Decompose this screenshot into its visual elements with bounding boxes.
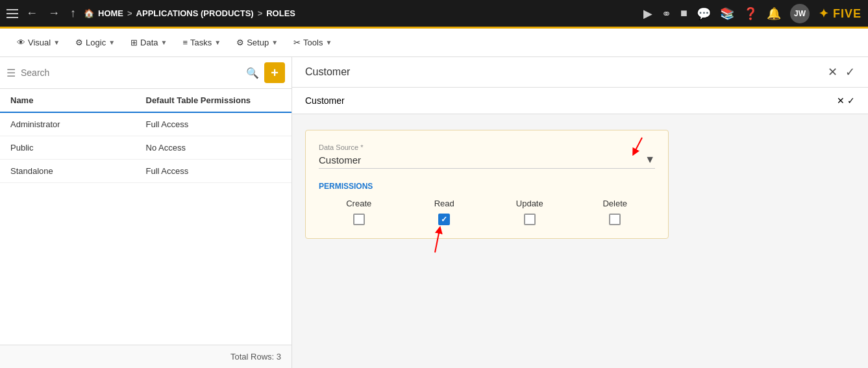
inner-check-icon[interactable]: ✓ [847, 95, 855, 106]
data-source-label: Data Source * [319, 143, 655, 151]
panel-outer-header: Customer ✕ ✓ [292, 57, 868, 88]
outer-check-icon[interactable]: ✓ [845, 65, 855, 79]
row-perm: Full Access [146, 166, 282, 176]
total-rows-label: Total Rows: 3 [230, 352, 281, 362]
create-checkbox[interactable] [353, 214, 365, 225]
col-perm-header: Default Table Permissions [146, 95, 282, 105]
table-header: Name Default Table Permissions [0, 89, 291, 113]
help-icon[interactable]: ❓ [743, 6, 758, 21]
table-row[interactable]: Administrator Full Access [0, 113, 291, 136]
toolbar-tasks[interactable]: ≡ Tasks ▼ [176, 34, 227, 51]
inner-close-icon[interactable]: ✕ [837, 95, 845, 106]
delete-label: Delete [602, 199, 627, 208]
table-row[interactable]: Standalone Full Access [0, 160, 291, 183]
home-icon: 🏠 [84, 8, 94, 18]
update-checkbox[interactable] [524, 214, 536, 225]
toolbar-left: 👁 Visual ▼ ⚙ Logic ▼ ⊞ Data ▼ ≡ Tasks ▼ … [10, 34, 338, 51]
back-button[interactable]: ← [23, 4, 40, 23]
visual-label: Visual [28, 38, 51, 47]
logic-caret: ▼ [108, 39, 115, 46]
perm-col-read: Read [404, 199, 485, 225]
breadcrumb-home[interactable]: HOME [98, 8, 123, 18]
outer-close-icon[interactable]: ✕ [828, 65, 837, 79]
panel-outer-title: Customer [305, 66, 350, 78]
left-footer: Total Rows: 3 [0, 345, 291, 368]
right-panel: Customer ✕ ✓ Customer ✕ ✓ Data Source * … [292, 57, 868, 368]
tasks-icon: ≡ [182, 38, 188, 47]
svg-line-3 [435, 230, 440, 252]
data-label: Data [140, 38, 158, 47]
breadcrumb-sep1: > [127, 8, 132, 18]
left-panel: ☰ 🔍 + Name Default Table Permissions Adm… [0, 57, 292, 368]
tools-caret: ▼ [325, 39, 332, 46]
panel-outer-actions: ✕ ✓ [828, 65, 855, 79]
row-perm: No Access [146, 143, 282, 153]
red-arrow-read [432, 223, 458, 256]
row-name: Standalone [10, 166, 146, 176]
breadcrumb-sep2: > [258, 8, 263, 18]
setup-caret: ▼ [271, 39, 278, 46]
panel-inner-actions: ✕ ✓ [837, 95, 855, 106]
panel-inner-title: Customer [305, 95, 345, 106]
chat-icon[interactable]: 💬 [697, 6, 711, 21]
form-card: Data Source * Customer ▼ [305, 130, 669, 239]
forward-button[interactable]: → [45, 4, 62, 23]
bell-icon[interactable]: 🔔 [767, 6, 781, 21]
toolbar-data[interactable]: ⊞ Data ▼ [124, 34, 173, 51]
svg-line-1 [634, 138, 642, 153]
add-button[interactable]: + [264, 62, 285, 83]
toolbar-logic[interactable]: ⚙ Logic ▼ [69, 34, 121, 51]
setup-label: Setup [247, 38, 269, 47]
search-input[interactable] [21, 67, 241, 78]
data-caret: ▼ [161, 39, 167, 46]
breadcrumb: 🏠 HOME > APPLICATIONS (PRODUCTS) > ROLES [84, 8, 638, 18]
row-name: Administrator [10, 119, 146, 129]
tasks-caret: ▼ [214, 39, 221, 46]
tasks-label: Tasks [190, 38, 212, 47]
read-label: Read [434, 199, 454, 208]
tools-label: Tools [303, 38, 323, 47]
data-source-value: Customer [319, 154, 361, 166]
top-nav: ← → ↑ 🏠 HOME > APPLICATIONS (PRODUCTS) >… [0, 0, 868, 29]
five-logo: ✦ FIVE [819, 6, 862, 21]
breadcrumb-app[interactable]: APPLICATIONS (PRODUCTS) [136, 8, 254, 18]
up-button[interactable]: ↑ [68, 4, 79, 23]
perm-col-delete: Delete [575, 199, 656, 225]
search-icon[interactable]: ⚭ [662, 6, 671, 21]
search-bar: ☰ 🔍 + [0, 57, 291, 89]
create-label: Create [346, 199, 371, 208]
row-name: Public [10, 143, 146, 153]
top-right-icons: ▶ ⚭ ■ 💬 📚 ❓ 🔔 JW ✦ FIVE [643, 4, 862, 23]
permissions-section: Permissions Create Read [319, 182, 655, 225]
perm-col-update: Update [490, 199, 570, 225]
play-icon[interactable]: ▶ [643, 6, 652, 21]
breadcrumb-current[interactable]: ROLES [266, 8, 295, 18]
col-name-header: Name [10, 95, 146, 105]
table-row[interactable]: Public No Access [0, 136, 291, 160]
main-content: ☰ 🔍 + Name Default Table Permissions Adm… [0, 57, 868, 368]
table-rows: Administrator Full Access Public No Acce… [0, 113, 291, 345]
tools-icon: ✂ [293, 38, 301, 47]
permissions-grid: Create Read [319, 199, 655, 225]
books-icon[interactable]: 📚 [720, 6, 734, 21]
toolbar-setup[interactable]: ⚙ Setup ▼ [230, 34, 284, 51]
visual-caret: ▼ [53, 39, 60, 46]
logic-icon: ⚙ [75, 38, 83, 47]
visual-icon: 👁 [17, 38, 25, 47]
delete-checkbox[interactable] [609, 214, 621, 225]
logic-label: Logic [86, 38, 106, 47]
search-magnifier-icon[interactable]: 🔍 [246, 67, 259, 79]
hamburger-menu[interactable] [6, 9, 18, 18]
user-avatar[interactable]: JW [790, 4, 810, 23]
panel-inner-header: Customer ✕ ✓ [292, 88, 868, 114]
form-area: Data Source * Customer ▼ [292, 114, 868, 368]
row-perm: Full Access [146, 119, 282, 129]
permissions-label: Permissions [319, 182, 655, 191]
stop-icon[interactable]: ■ [680, 6, 688, 20]
toolbar-tools[interactable]: ✂ Tools ▼ [287, 34, 338, 51]
setup-icon: ⚙ [236, 38, 244, 47]
toolbar: 👁 Visual ▼ ⚙ Logic ▼ ⊞ Data ▼ ≡ Tasks ▼ … [0, 29, 868, 57]
data-source-field: Data Source * Customer ▼ [319, 143, 655, 169]
toolbar-visual[interactable]: 👁 Visual ▼ [10, 34, 66, 51]
data-icon: ⊞ [130, 38, 138, 47]
